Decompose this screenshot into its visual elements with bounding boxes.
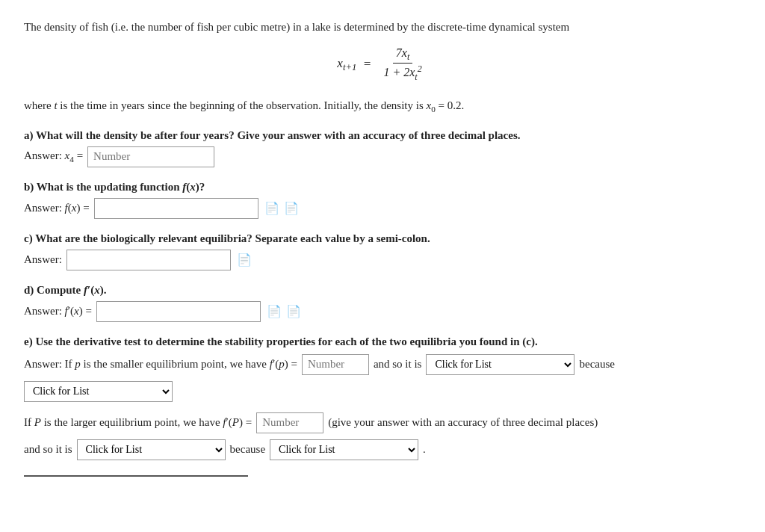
- part-e-dropdown3[interactable]: Click for List stable unstable neither s…: [77, 439, 226, 460]
- part-e-P-stability-row: and so it is Click for List stable unsta…: [24, 439, 741, 460]
- part-e-period: .: [423, 443, 426, 456]
- part-b-icons: 📄 📄: [263, 200, 300, 217]
- part-e-question: Use the derivative test to determine the…: [35, 335, 537, 347]
- part-b-label: b) What is the updating function f(x)?: [24, 181, 741, 194]
- part-e-label: e) Use the derivative test to determine …: [24, 335, 741, 348]
- part-c-input[interactable]: [66, 250, 231, 270]
- part-d-icon1[interactable]: 📄: [265, 303, 283, 321]
- part-e-p-row: Answer: If p is the smaller equilibrium …: [24, 354, 741, 375]
- formula-eq: =: [359, 57, 374, 72]
- part-e-dropdown2[interactable]: Click for List stable unstable neither s…: [24, 381, 173, 402]
- formula-denom: 1 + 2xt2: [380, 64, 424, 83]
- part-d-icon2[interactable]: 📄: [285, 303, 303, 321]
- part-e-P-row: If P is the larger equilibrium point, we…: [24, 412, 741, 433]
- part-e-and-so-it-is2: and so it is: [24, 443, 72, 456]
- section-c: c) What are the biologically relevant eq…: [24, 232, 741, 270]
- part-a-input[interactable]: [87, 146, 214, 167]
- part-a-label: a) What will the density be after four y…: [24, 129, 741, 142]
- part-b-question: What is the updating function f(x)?: [37, 181, 205, 193]
- part-b-prefix: Answer: f(x) =: [24, 202, 90, 214]
- part-d-icons: 📄 📄: [265, 303, 303, 321]
- part-b-answer-row: Answer: f(x) = 📄 📄: [24, 198, 741, 219]
- part-e-p-prefix: Answer: If p is the smaller equilibrium …: [24, 358, 297, 371]
- part-d-question: Compute f′(x).: [37, 284, 106, 296]
- part-d-input[interactable]: [96, 301, 261, 322]
- formula-lhs: xt+1: [337, 56, 356, 73]
- part-c-answer-row: Answer: 📄: [24, 250, 741, 270]
- part-e-P-prefix: If P is the larger equilibrium point, we…: [24, 416, 252, 429]
- part-b-input[interactable]: [94, 198, 258, 219]
- main-formula: xt+1 = 7xt 1 + 2xt2: [24, 46, 741, 83]
- part-e-give-note: (give your answer with an accuracy of th…: [328, 416, 598, 429]
- part-a-prefix: Answer: x4 =: [24, 149, 83, 164]
- part-c-icon[interactable]: 📄: [235, 251, 253, 269]
- section-b: b) What is the updating function f(x)? A…: [24, 181, 741, 219]
- part-e-because-row: Click for List stable unstable neither s…: [24, 381, 741, 402]
- section-d: d) Compute f′(x). Answer: f′(x) = 📄 📄: [24, 284, 741, 322]
- part-c-label: c) What are the biologically relevant eq…: [24, 232, 741, 245]
- part-d-label: d) Compute f′(x).: [24, 284, 741, 297]
- part-e-and-so-it-is: and so it is: [374, 358, 422, 371]
- part-e-because2: because: [230, 443, 265, 456]
- part-e-p-input[interactable]: [302, 354, 369, 375]
- where-text: where t is the time in years since the b…: [24, 96, 741, 116]
- intro-text: The density of fish (i.e. the number of …: [24, 18, 741, 36]
- bottom-divider: [24, 475, 248, 477]
- part-a-question: What will the density be after four year…: [36, 129, 521, 141]
- part-d-prefix: Answer: f′(x) =: [24, 305, 92, 318]
- part-c-prefix: Answer:: [24, 253, 62, 266]
- part-e-dropdown1[interactable]: Click for List stable unstable neither s…: [426, 354, 574, 375]
- formula-numer: 7xt: [393, 46, 412, 64]
- part-d-answer-row: Answer: f′(x) = 📄 📄: [24, 301, 741, 322]
- part-c-question: What are the biologically relevant equil…: [35, 232, 430, 244]
- part-e-P-input[interactable]: [256, 412, 323, 433]
- section-e: e) Use the derivative test to determine …: [24, 335, 741, 460]
- part-e-because1: because: [579, 358, 614, 371]
- section-a: a) What will the density be after four y…: [24, 129, 741, 167]
- part-e-dropdown4[interactable]: Click for List stable unstable neither s…: [270, 439, 418, 460]
- formula-fraction: 7xt 1 + 2xt2: [380, 46, 424, 83]
- part-b-icon1[interactable]: 📄: [263, 200, 281, 217]
- part-b-icon2[interactable]: 📄: [282, 200, 300, 217]
- part-a-answer-row: Answer: x4 =: [24, 146, 741, 167]
